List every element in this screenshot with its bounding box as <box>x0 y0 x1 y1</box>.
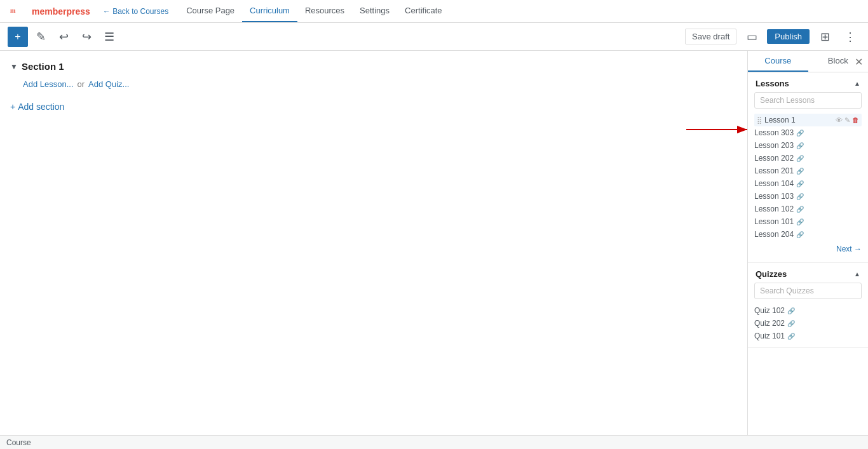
add-section-button[interactable]: + Add section <box>10 99 64 114</box>
redo-icon: ↪ <box>82 30 92 44</box>
right-panel: Course Block ✕ Lessons ▲ ⣿ Lesson 1 <box>747 51 868 435</box>
add-quiz-link[interactable]: Add Quiz... <box>88 79 129 89</box>
details-button[interactable]: ☰ <box>99 27 119 47</box>
tab-settings[interactable]: Settings <box>352 0 397 22</box>
lesson-actions: 👁 ✎ 🗑 <box>836 116 859 124</box>
tab-curriculum[interactable]: Curriculum <box>242 0 297 22</box>
lesson-item[interactable]: Lesson 102 🔗 <box>754 203 862 215</box>
lessons-search-input[interactable] <box>754 92 862 109</box>
link-icon: 🔗 <box>796 218 804 225</box>
lesson-name: Lesson 204 🔗 <box>754 230 804 239</box>
lesson-item[interactable]: Lesson 203 🔗 <box>754 139 862 152</box>
toolbar: + ✎ ↩ ↪ ☰ Save draft ▭ Publish ⊞ ⋮ <box>0 23 868 51</box>
lesson-name: Lesson 102 🔗 <box>754 204 804 213</box>
panel-tab-course[interactable]: Course <box>748 51 808 72</box>
lesson-item[interactable]: ⣿ Lesson 1 👁 ✎ 🗑 <box>754 114 862 126</box>
lesson-name: Lesson 201 🔗 <box>754 166 804 175</box>
status-bar: Course <box>0 435 868 449</box>
add-section-plus-icon: + <box>10 102 15 112</box>
toolbar-right: Save draft ▭ Publish ⊞ ⋮ <box>685 27 860 47</box>
link-icon: 🔗 <box>787 307 795 314</box>
lesson-title: Lesson 202 <box>754 154 794 163</box>
quiz-name: Quiz 102 🔗 <box>754 306 795 315</box>
sidebar-toggle-button[interactable]: ⊞ <box>815 27 835 47</box>
lesson-item[interactable]: Lesson 204 🔗 <box>754 228 862 241</box>
quiz-item[interactable]: Quiz 202 🔗 <box>754 317 862 330</box>
pencil-icon: ✎ <box>36 30 46 44</box>
top-navigation: m memberpress Back to Courses Course Pag… <box>0 0 868 23</box>
undo-button[interactable]: ↩ <box>53 27 74 47</box>
edit-lesson-icon[interactable]: ✎ <box>844 116 850 124</box>
tab-resources[interactable]: Resources <box>297 0 352 22</box>
back-to-courses-link[interactable]: Back to Courses <box>103 7 168 16</box>
quiz-item[interactable]: Quiz 101 🔗 <box>754 330 862 342</box>
quizzes-search-box <box>754 283 862 299</box>
redo-button[interactable]: ↪ <box>76 27 97 47</box>
tab-course-page[interactable]: Course Page <box>179 0 242 22</box>
lesson-item[interactable]: Lesson 103 🔗 <box>754 190 862 203</box>
quiz-item[interactable]: Quiz 102 🔗 <box>754 304 862 317</box>
link-icon: 🔗 <box>796 206 804 213</box>
quiz-title: Quiz 202 <box>754 319 785 328</box>
quizzes-section-header[interactable]: Quizzes ▲ <box>748 263 868 283</box>
tools-button[interactable]: ✎ <box>31 27 51 47</box>
lessons-collapse-icon: ▲ <box>854 80 860 87</box>
lesson-item[interactable]: Lesson 202 🔗 <box>754 152 862 164</box>
link-icon: 🔗 <box>787 333 795 340</box>
status-text: Course <box>6 438 31 447</box>
quiz-name: Quiz 101 🔗 <box>754 332 795 340</box>
section-1-title: Section 1 <box>22 61 64 72</box>
lesson-title: Lesson 303 <box>754 128 794 137</box>
preview-button[interactable]: ▭ <box>742 27 762 47</box>
lesson-item[interactable]: Lesson 303 🔗 <box>754 126 862 139</box>
lesson-title: Lesson 102 <box>754 204 794 213</box>
tab-certificate[interactable]: Certificate <box>397 0 450 22</box>
lesson-name: Lesson 103 🔗 <box>754 192 804 201</box>
quizzes-list: Quiz 102 🔗 Quiz 202 🔗 Quiz 101 🔗 <box>748 304 868 342</box>
lesson-item[interactable]: Lesson 104 🔗 <box>754 177 862 190</box>
more-options-button[interactable]: ⋮ <box>840 27 860 47</box>
add-lesson-link[interactable]: Add Lesson... <box>23 79 74 89</box>
lesson-item[interactable]: Lesson 201 🔗 <box>754 164 862 177</box>
add-block-button[interactable]: + <box>8 27 28 47</box>
link-icon: 🔗 <box>796 168 804 175</box>
lesson-title: Lesson 1 <box>764 116 796 124</box>
lessons-section-header[interactable]: Lessons ▲ <box>748 72 868 92</box>
quiz-title: Quiz 102 <box>754 306 785 315</box>
lessons-search-box <box>754 92 862 109</box>
drag-handle-icon: ⣿ <box>757 116 762 124</box>
lesson-title: Lesson 203 <box>754 141 794 150</box>
content-area: ▼ Section 1 Add Lesson... or Add Quiz...… <box>0 51 747 435</box>
view-lesson-icon[interactable]: 👁 <box>836 116 843 124</box>
next-page-link[interactable]: Next → <box>748 241 868 257</box>
plus-icon: + <box>15 31 20 43</box>
lessons-section: Lessons ▲ ⣿ Lesson 1 👁 ✎ 🗑 <box>748 72 868 263</box>
quiz-title: Quiz 101 <box>754 332 785 340</box>
monitor-icon: ▭ <box>747 30 757 44</box>
quiz-name: Quiz 202 🔗 <box>754 319 795 328</box>
section-toggle[interactable]: ▼ <box>10 62 18 71</box>
section-1-body: Add Lesson... or Add Quiz... <box>10 79 737 89</box>
link-icon: 🔗 <box>796 130 804 137</box>
ellipsis-icon: ⋮ <box>844 30 856 44</box>
save-draft-button[interactable]: Save draft <box>685 29 736 44</box>
lesson-title: Lesson 204 <box>754 230 794 239</box>
quizzes-title: Quizzes <box>756 269 787 279</box>
quizzes-search-input[interactable] <box>754 283 862 299</box>
panel-close-button[interactable]: ✕ <box>855 55 863 67</box>
quizzes-collapse-icon: ▲ <box>854 271 860 278</box>
lesson-name: Lesson 104 🔗 <box>754 179 804 188</box>
logo-text: memberpress <box>32 6 90 17</box>
lesson-title: Lesson 103 <box>754 192 794 201</box>
lesson-name: ⣿ Lesson 1 <box>757 116 796 124</box>
sidebar-icon: ⊞ <box>820 30 830 44</box>
link-icon: 🔗 <box>796 142 804 149</box>
delete-lesson-icon[interactable]: 🗑 <box>852 116 859 124</box>
logo-svg: m <box>10 6 28 17</box>
publish-button[interactable]: Publish <box>767 29 810 44</box>
main-layout: ▼ Section 1 Add Lesson... or Add Quiz...… <box>0 51 868 435</box>
list-icon: ☰ <box>104 30 114 44</box>
lesson-title: Lesson 101 <box>754 217 794 226</box>
panel-tabs: Course Block ✕ <box>748 51 868 72</box>
lesson-item[interactable]: Lesson 101 🔗 <box>754 215 862 228</box>
